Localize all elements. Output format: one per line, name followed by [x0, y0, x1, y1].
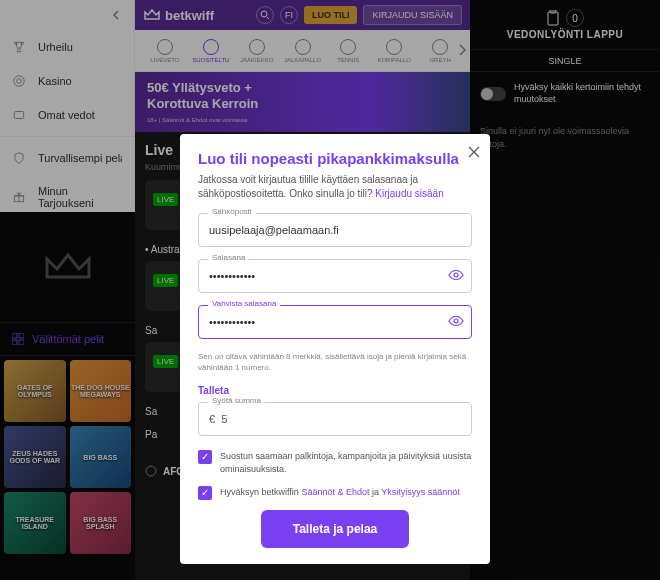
email-label: Sähköposti — [208, 207, 256, 216]
eye-icon — [448, 267, 464, 283]
password-input[interactable] — [198, 259, 472, 293]
password-field-wrapper: Salasana — [198, 259, 472, 293]
deposit-value: 5 — [221, 413, 227, 425]
toggle-confirm-visibility[interactable] — [448, 313, 464, 333]
marketing-consent-row: ✓ Suostun saamaan palkintoja, kampanjoit… — [198, 450, 472, 475]
terms-consent-row: ✓ Hyväksyn betkwiffin Säännöt & Ehdot ja… — [198, 486, 472, 500]
terms-checkbox[interactable]: ✓ — [198, 486, 212, 500]
confirm-password-label: Vahvista salasana — [208, 299, 280, 308]
login-link[interactable]: Kirjaudu sisään — [375, 188, 443, 199]
deposit-field-wrapper: Syötä summa € 5 — [198, 402, 472, 436]
signup-modal: Luo tili nopeasti pikapankkimaksulla Jat… — [180, 134, 490, 564]
confirm-password-input[interactable] — [198, 305, 472, 339]
marketing-label: Suostun saamaan palkintoja, kampanjoita … — [220, 450, 472, 475]
close-icon — [468, 146, 480, 158]
password-label: Salasana — [208, 253, 249, 262]
deposit-section-label: Talleta — [198, 385, 472, 396]
deposit-input[interactable]: € 5 — [198, 402, 472, 436]
password-hint: Sen on oltava vähintään 8 merkkiä, sisäl… — [198, 351, 472, 373]
email-input[interactable] — [198, 213, 472, 247]
eye-icon — [448, 313, 464, 329]
submit-button[interactable]: Talleta ja pelaa — [261, 510, 410, 548]
toggle-password-visibility[interactable] — [448, 267, 464, 287]
confirm-password-field-wrapper: Vahvista salasana — [198, 305, 472, 339]
marketing-checkbox[interactable]: ✓ — [198, 450, 212, 464]
currency-symbol: € — [209, 413, 215, 425]
svg-point-14 — [454, 319, 458, 323]
modal-subtitle: Jatkossa voit kirjautua tilille käyttäen… — [198, 173, 472, 201]
email-field-wrapper: Sähköposti — [198, 213, 472, 247]
close-button[interactable] — [468, 144, 480, 162]
deposit-label: Syötä summa — [208, 396, 265, 405]
privacy-link[interactable]: Yksityisyys säännöt — [381, 487, 460, 497]
svg-point-13 — [454, 273, 458, 277]
terms-link[interactable]: Säännöt & Ehdot — [301, 487, 369, 497]
modal-title: Luo tili nopeasti pikapankkimaksulla — [198, 150, 472, 167]
